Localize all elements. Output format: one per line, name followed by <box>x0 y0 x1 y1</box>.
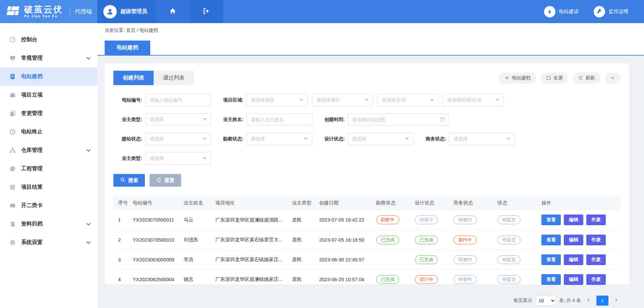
select-placeholder: 请选择省份 <box>251 97 274 103</box>
briefcase-icon <box>9 92 16 98</box>
reset-button[interactable]: 重置 <box>150 174 181 187</box>
button-label: 刷新 <box>586 75 595 81</box>
owner-name-input[interactable] <box>247 113 312 126</box>
status-badge: 待签约 <box>453 255 477 264</box>
page-number-button[interactable]: 1 <box>596 296 608 306</box>
void-button[interactable]: 作废 <box>586 235 606 245</box>
settings-icon <box>9 239 16 246</box>
refresh-button[interactable]: 刷新 <box>573 72 601 84</box>
target-icon <box>9 129 16 135</box>
nav-circle <box>544 6 555 17</box>
design-status-select[interactable]: 请选择 <box>348 133 414 145</box>
void-button[interactable]: 作废 <box>586 214 606 225</box>
user-menu[interactable]: 超级管理员 <box>97 0 156 23</box>
filter-label: 商务状态: <box>417 136 446 142</box>
view-button[interactable]: 查看 <box>541 274 561 285</box>
status-badge: 待提交 <box>497 255 521 264</box>
view-button[interactable]: 查看 <box>541 214 561 225</box>
portal-label: 代理端 <box>75 8 92 15</box>
sidebar-item-system-settings[interactable]: 系统设置 <box>0 233 97 252</box>
column-header: 创建日期 <box>317 195 374 210</box>
prev-page-button[interactable] <box>584 296 593 305</box>
status-badge: 签约中 <box>453 236 477 244</box>
sidebar-item-label: 仓库管理 <box>21 147 43 154</box>
owner-type-select-2[interactable]: 请选择 <box>145 152 211 165</box>
create-station-button[interactable]: 电站建档 <box>499 72 536 84</box>
header-nav-monitor-ops[interactable]: 监控运维 <box>594 6 629 17</box>
tab-passed-list[interactable]: 通过列表 <box>154 71 194 85</box>
page-tab-station-filing[interactable]: 电站建档 <box>105 41 150 55</box>
sidebar-item-open-card[interactable]: 开二类卡 <box>0 196 97 215</box>
sidebar-item-label: 资料归档 <box>21 221 43 228</box>
logo-divider <box>70 7 70 17</box>
sidebar-item-general-mgmt[interactable]: 常规管理 <box>0 49 97 67</box>
column-header: 设计状态 <box>413 195 451 210</box>
status-cell: 待提交 <box>495 269 539 289</box>
copy-icon <box>9 110 16 117</box>
sidebar-item-project-setup[interactable]: 项目立项 <box>0 86 97 104</box>
village-select[interactable]: 请选择村镇/街道 <box>443 94 504 106</box>
sidebar-item-console[interactable]: 控制台 <box>0 30 97 49</box>
province-select[interactable]: 请选择省份 <box>247 94 308 106</box>
status-badge: 设计中 <box>415 275 438 284</box>
edit-button[interactable]: 编辑 <box>564 254 583 265</box>
header-nav-station-build[interactable]: 电站建设 <box>544 6 579 17</box>
fullscreen-button[interactable]: 全屏 <box>540 72 569 84</box>
county-select[interactable]: 请选择县/区 <box>377 94 438 106</box>
next-page-button[interactable] <box>612 296 621 305</box>
breadcrumb-prefix: 当前位置: <box>105 27 125 33</box>
table-header-row: 序号电站编号业主姓名项目地址业主类型创建日期勘察状态设计状态商务状态状态操作 <box>113 195 621 210</box>
logout-button[interactable] <box>190 0 223 23</box>
seq-cell: 1 <box>113 210 131 230</box>
create-time-range-input[interactable] <box>348 113 448 126</box>
business-status-select[interactable]: 请选择 <box>449 133 515 145</box>
filter-field: 勘察状态:请选择 <box>215 133 316 145</box>
actions-cell: 查看编辑作废 <box>539 230 621 250</box>
sidebar-item-warehouse-mgmt[interactable]: 仓库管理 <box>0 141 97 160</box>
filter-field: 建站状态:请选择 <box>113 133 215 145</box>
edit-button[interactable]: 编辑 <box>564 235 583 245</box>
logout-icon <box>203 7 210 16</box>
calculator-icon <box>9 184 16 191</box>
status-cell: 已完成 <box>413 250 451 269</box>
station-code-input[interactable] <box>145 94 211 106</box>
sidebar-item-settlement[interactable]: 项目结算 <box>0 178 97 196</box>
filter-field: 项目区域:请选择省份请选择城市请选择县/区请选择村镇/街道 <box>215 94 519 106</box>
build-status-select[interactable]: 请选择 <box>145 133 211 145</box>
per-page-label: 每页显示 <box>514 298 532 304</box>
nav-label: 电站建设 <box>559 8 579 15</box>
collapse-button[interactable] <box>605 72 621 84</box>
filter-row: 电站编号:项目区域:请选择省份请选择城市请选择县/区请选择村镇/街道 <box>113 94 621 106</box>
sidebar-item-archive[interactable]: 资料归档 <box>0 215 97 233</box>
home-button[interactable] <box>156 0 190 23</box>
city-select[interactable]: 请选择城市 <box>312 94 373 106</box>
logo[interactable]: 破茧云伏 Po Jian Yun Fu 代理端 <box>0 0 97 23</box>
status-cell: 勘察中 <box>374 210 413 230</box>
owner-type-select[interactable]: 请选择 <box>145 113 211 126</box>
view-button[interactable]: 查看 <box>541 235 561 245</box>
sidebar-item-station-stop[interactable]: 电站终止 <box>0 123 97 141</box>
monitor-icon <box>9 55 16 62</box>
void-button[interactable]: 作废 <box>586 274 606 285</box>
sidebar-item-engineering[interactable]: 工程管理 <box>0 160 97 178</box>
view-button[interactable]: 查看 <box>541 254 561 265</box>
tab-created-list[interactable]: 创建列表 <box>113 71 154 85</box>
breadcrumb-home-link[interactable]: 首页 <box>126 27 136 33</box>
per-page-select[interactable]: 10 <box>536 296 556 306</box>
seq-cell: 4 <box>113 269 131 289</box>
select-arrow-icon <box>430 99 434 101</box>
survey-status-select[interactable]: 请选择 <box>247 133 312 145</box>
sidebar-item-label: 系统设置 <box>21 239 43 246</box>
void-button[interactable]: 作废 <box>586 254 606 265</box>
sidebar-item-change-mgmt[interactable]: 变更管理 <box>0 104 97 123</box>
gauge-icon <box>9 37 16 43</box>
select-placeholder: 请选择县/区 <box>382 97 407 103</box>
edit-button[interactable]: 编辑 <box>564 214 583 225</box>
filter-row: 业主类型:请选择业主姓名:创建时间: <box>113 113 621 126</box>
search-button[interactable]: 搜索 <box>113 174 145 187</box>
bolt-icon <box>547 9 553 15</box>
sidebar-item-station-filing[interactable]: 电站建档 <box>0 67 97 86</box>
select-placeholder: 请选择 <box>453 136 468 142</box>
edit-button[interactable]: 编辑 <box>564 274 583 285</box>
select-arrow-icon <box>203 157 207 160</box>
